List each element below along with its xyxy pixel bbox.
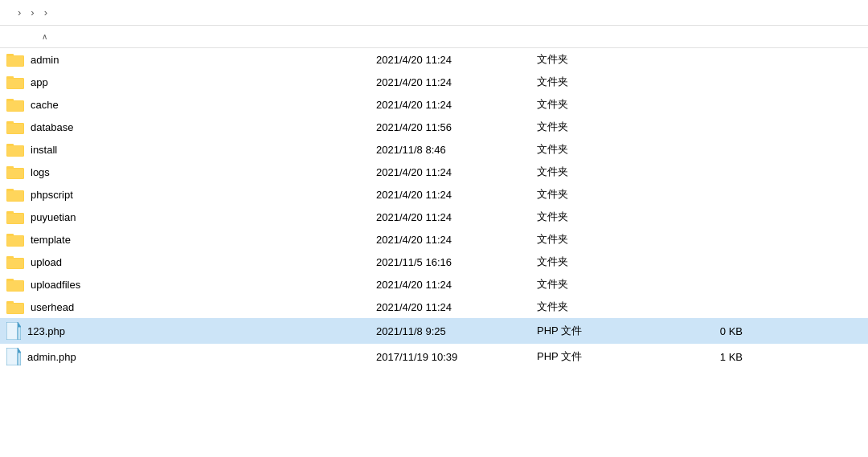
file-name-label: app: [31, 76, 48, 88]
folder-icon: [6, 142, 24, 157]
file-name-cell: admin.php: [0, 345, 370, 368]
table-row[interactable]: install2021/11/8 8:46文件夹: [0, 138, 868, 161]
svg-rect-39: [6, 258, 24, 268]
folder-icon: [6, 210, 24, 224]
file-name-cell: template: [0, 230, 370, 249]
file-size-cell: [675, 124, 755, 129]
table-row[interactable]: userhead2021/4/20 11:24文件夹: [0, 296, 868, 318]
file-name-label: cache: [31, 99, 59, 111]
file-type-cell: PHP 文件: [530, 347, 675, 366]
file-size-cell: [675, 237, 755, 242]
svg-rect-23: [6, 168, 24, 178]
file-name-cell: puyuetian: [0, 207, 370, 226]
table-row[interactable]: admin.php2017/11/19 10:39PHP 文件1 KB: [0, 344, 868, 369]
file-type-cell: 文件夹: [530, 275, 675, 294]
svg-rect-55: [18, 353, 21, 365]
table-row[interactable]: upload2021/11/5 16:16文件夹: [0, 251, 868, 273]
table-row[interactable]: 123.php2021/11/8 9:25PHP 文件0 KB: [0, 318, 868, 344]
file-date-cell: 2021/4/20 11:24: [370, 74, 530, 91]
file-name-cell: install: [0, 140, 370, 159]
file-size-cell: [675, 214, 755, 219]
svg-rect-31: [6, 213, 24, 223]
file-date-cell: 2021/11/8 9:25: [370, 323, 530, 340]
file-name-label: admin.php: [27, 351, 76, 363]
file-name-label: database: [31, 121, 74, 133]
table-row[interactable]: template2021/4/20 11:24文件夹: [0, 228, 868, 251]
php-file-icon: [6, 348, 21, 365]
file-type-cell: 文件夹: [530, 297, 675, 316]
file-date-cell: 2021/4/20 11:24: [370, 231, 530, 248]
folder-icon: [6, 187, 24, 202]
svg-rect-48: [6, 322, 18, 340]
file-date-cell: 2021/4/20 11:24: [370, 276, 530, 293]
table-row[interactable]: cache2021/4/20 11:24文件夹: [0, 93, 868, 116]
file-date-cell: 2021/4/20 11:24: [370, 209, 530, 226]
file-size-cell: [675, 147, 755, 152]
folder-icon: [6, 232, 24, 247]
svg-rect-15: [6, 123, 24, 133]
file-name-cell: phpscript: [0, 185, 370, 204]
svg-rect-51: [18, 327, 21, 340]
file-size-cell: [675, 192, 755, 197]
folder-icon: [6, 165, 24, 179]
file-name-label: puyuetian: [31, 211, 76, 223]
svg-rect-7: [6, 78, 24, 88]
file-date-cell: 2017/11/19 10:39: [370, 349, 530, 365]
file-size-cell: 1 KB: [675, 349, 755, 365]
file-type-cell: 文件夹: [530, 140, 675, 159]
file-size-cell: [675, 169, 755, 174]
file-name-cell: admin: [0, 50, 370, 69]
file-name-cell: cache: [0, 95, 370, 114]
table-row[interactable]: logs2021/4/20 11:24文件夹: [0, 161, 868, 183]
file-name-cell: logs: [0, 162, 370, 182]
svg-rect-19: [6, 145, 24, 156]
folder-icon: [6, 97, 24, 112]
file-type-cell: 文件夹: [530, 72, 675, 92]
file-name-cell: database: [0, 117, 370, 137]
svg-rect-47: [6, 303, 24, 313]
file-type-cell: 文件夹: [530, 95, 675, 114]
file-type-cell: 文件夹: [530, 50, 675, 69]
file-name-cell: app: [0, 72, 370, 92]
file-size-cell: [675, 57, 755, 62]
breadcrumb-separator-3: ›: [44, 6, 47, 18]
file-name-label: template: [31, 234, 71, 246]
file-type-cell: PHP 文件: [530, 321, 675, 341]
file-name-label: userhead: [31, 301, 74, 313]
file-type-cell: 文件夹: [530, 230, 675, 249]
table-row[interactable]: admin2021/4/20 11:24文件夹: [0, 48, 868, 71]
column-header-date[interactable]: [370, 29, 530, 44]
column-header-size[interactable]: [675, 29, 755, 44]
column-header-name[interactable]: ∧: [0, 29, 370, 44]
file-name-label: uploadfiles: [31, 279, 80, 291]
table-row[interactable]: app2021/4/20 11:24文件夹: [0, 71, 868, 93]
file-name-label: upload: [31, 256, 62, 268]
breadcrumb: › › ›: [0, 0, 868, 26]
table-row[interactable]: uploadfiles2021/4/20 11:24文件夹: [0, 273, 868, 296]
file-type-cell: 文件夹: [530, 185, 675, 204]
file-type-cell: 文件夹: [530, 252, 675, 271]
table-row[interactable]: puyuetian2021/4/20 11:24文件夹: [0, 206, 868, 228]
table-row[interactable]: database2021/4/20 11:56文件夹: [0, 116, 868, 138]
column-headers: ∧: [0, 26, 868, 48]
svg-rect-11: [6, 100, 24, 111]
file-name-label: phpscript: [31, 189, 73, 201]
table-row[interactable]: phpscript2021/4/20 11:24文件夹: [0, 183, 868, 206]
svg-rect-27: [6, 190, 24, 201]
file-name-cell: userhead: [0, 297, 370, 316]
php-file-icon: [6, 322, 21, 340]
svg-rect-43: [6, 280, 24, 291]
svg-rect-52: [6, 348, 18, 365]
folder-icon: [6, 277, 24, 292]
file-date-cell: 2021/4/20 11:24: [370, 299, 530, 316]
file-date-cell: 2021/4/20 11:56: [370, 119, 530, 136]
column-header-type[interactable]: [530, 29, 675, 44]
file-name-label: 123.php: [27, 325, 65, 337]
file-size-cell: [675, 304, 755, 309]
file-type-cell: 文件夹: [530, 207, 675, 226]
file-date-cell: 2021/4/20 11:24: [370, 186, 530, 203]
folder-icon: [6, 52, 24, 67]
file-name-cell: 123.php: [0, 320, 370, 342]
svg-rect-35: [6, 235, 24, 246]
sort-arrow-icon: ∧: [42, 32, 47, 41]
